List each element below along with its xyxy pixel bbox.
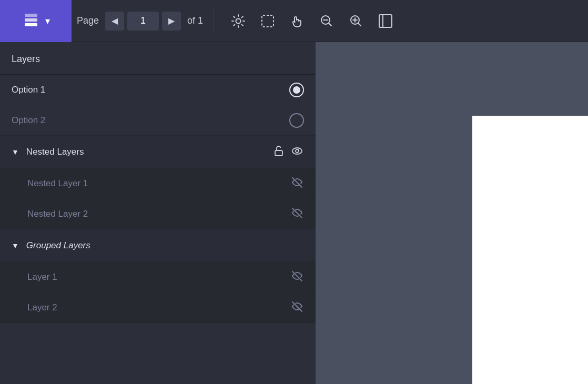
canvas-page (472, 116, 588, 384)
option2-label: Option 2 (12, 115, 289, 126)
logo-button[interactable]: ▾ (0, 0, 72, 42)
nested-layer2-label: Nested Layer 2 (27, 209, 290, 219)
nested-layer1-label: Nested Layer 1 (27, 178, 290, 189)
eye-closed-icon-4 (290, 300, 304, 316)
page-of-label: of 1 (187, 15, 203, 26)
eye-visible-icon (290, 144, 304, 160)
eye-closed-icon-3 (290, 269, 304, 285)
page-number-display: 1 (127, 12, 159, 31)
layer2-label: Layer 2 (27, 302, 290, 313)
layer1-icons (290, 269, 304, 285)
radio-empty-icon (289, 113, 304, 128)
svg-rect-1 (25, 18, 37, 22)
svg-rect-4 (262, 15, 273, 27)
page-label: Page (77, 15, 99, 26)
radio-selected-icon (289, 83, 304, 97)
nested-layers-group-header[interactable]: ▼ Nested Layers (0, 136, 316, 168)
settings-button[interactable] (225, 7, 252, 35)
nested-layer2-icons (290, 206, 304, 222)
canvas-area[interactable] (316, 42, 588, 384)
toolbar-tools (225, 7, 399, 35)
layer-item-layer1[interactable]: Layer 1 (0, 262, 316, 292)
main-area: Layers Option 1 Option 2 ▼ Nested Layers (0, 42, 588, 384)
layers-sidebar: Layers Option 1 Option 2 ▼ Nested Layers (0, 42, 316, 384)
svg-point-10 (296, 149, 299, 153)
grouped-layers-collapse-arrow: ▼ (12, 241, 19, 250)
nested-layer1-icons (290, 176, 304, 191)
layers-logo-icon (22, 11, 40, 31)
nested-layers-group-icons (272, 144, 304, 160)
layers-panel-title: Layers (0, 42, 316, 75)
layer-item-option1[interactable]: Option 1 (0, 75, 316, 105)
svg-rect-8 (275, 150, 282, 156)
zoom-out-button[interactable] (313, 7, 340, 35)
svg-rect-7 (379, 15, 392, 27)
layer-item-layer2[interactable]: Layer 2 (0, 292, 316, 323)
svg-point-9 (292, 148, 302, 154)
toggle-sidebar-button[interactable] (372, 7, 399, 35)
layer2-icons (290, 300, 304, 316)
svg-rect-0 (25, 14, 37, 17)
layer-item-nested1[interactable]: Nested Layer 1 (0, 168, 316, 199)
option2-icons (289, 113, 304, 128)
layer-item-option2[interactable]: Option 2 (0, 105, 316, 136)
prev-page-button[interactable]: ◀ (105, 12, 124, 31)
nested-layers-group-label: Nested Layers (26, 147, 272, 157)
grouped-layers-group-label: Grouped Layers (26, 240, 304, 251)
layer-item-nested2[interactable]: Nested Layer 2 (0, 199, 316, 229)
nested-layers-collapse-arrow: ▼ (12, 148, 19, 156)
option1-label: Option 1 (12, 85, 289, 95)
layer1-label: Layer 1 (27, 272, 290, 282)
logo-dropdown-arrow: ▾ (45, 15, 50, 27)
eye-closed-icon-2 (290, 206, 304, 222)
toolbar: ▾ Page ◀ 1 ▶ of 1 (0, 0, 588, 42)
next-page-button[interactable]: ▶ (162, 12, 181, 31)
svg-rect-2 (25, 23, 37, 26)
option1-icons (289, 83, 304, 97)
svg-point-3 (236, 18, 241, 23)
hand-button[interactable] (283, 7, 311, 35)
selection-button[interactable] (254, 7, 281, 35)
eye-closed-icon (290, 176, 304, 191)
grouped-layers-group-header[interactable]: ▼ Grouped Layers (0, 229, 316, 262)
toolbar-divider (214, 8, 214, 34)
lock-icon (272, 145, 285, 159)
zoom-in-button[interactable] (342, 7, 370, 35)
page-navigation: Page ◀ 1 ▶ of 1 (72, 12, 208, 31)
